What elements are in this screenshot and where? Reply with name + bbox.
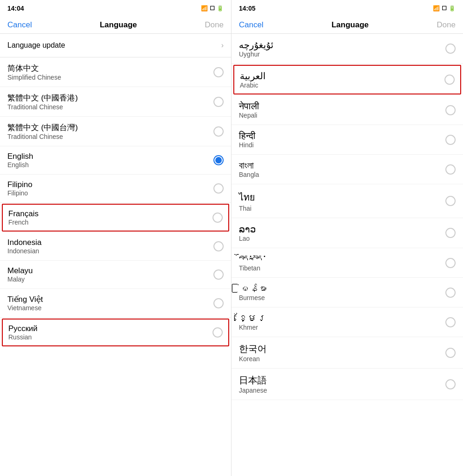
lang-native: Traditional Chinese — [7, 133, 78, 140]
radio-button[interactable] — [213, 213, 223, 223]
battery-icon-right: 🔋 — [449, 5, 456, 12]
wifi-icon: 📶 — [201, 5, 208, 12]
right-lang-item[interactable]: ئۇيغۇرچەUyghur — [232, 34, 463, 64]
lang-label: Bangla — [239, 171, 259, 178]
radio-button[interactable] — [445, 105, 456, 115]
radio-button[interactable] — [445, 135, 456, 145]
radio-button[interactable] — [445, 379, 456, 389]
screen-icon: ☐ — [210, 5, 215, 12]
right-panel: 14:05 📶 ☐ 🔋 Cancel Language Done ئۇيغۇرچ… — [232, 0, 463, 476]
left-lang-item[interactable]: EnglishEnglish — [0, 146, 231, 175]
lang-native: Russian — [8, 333, 38, 341]
right-lang-item[interactable]: 日本語Japanese — [232, 369, 463, 400]
right-lang-item[interactable]: বাংলাBangla — [232, 155, 463, 184]
chevron-right-icon: › — [221, 41, 224, 50]
lang-native: English — [7, 161, 33, 169]
right-lang-item[interactable]: العربيةArabic — [233, 65, 461, 94]
lang-native: Vietnamese — [7, 304, 43, 312]
lang-label: Japanese — [239, 387, 267, 394]
lang-native: Malay — [7, 276, 33, 283]
right-cancel-button[interactable]: Cancel — [239, 20, 263, 30]
lang-script: 日本語 — [239, 374, 267, 387]
right-lang-item[interactable]: 한국어Korean — [232, 337, 463, 369]
left-done-button[interactable]: Done — [205, 20, 224, 30]
lang-native: Filipino — [7, 189, 32, 197]
lang-name: Русский — [8, 324, 38, 333]
lang-script: العربية — [240, 70, 266, 81]
right-nav-bar: Cancel Language Done — [232, 17, 463, 34]
lang-script: မြန်မာ — [239, 283, 267, 294]
left-status-icons: 📶 ☐ 🔋 — [201, 5, 224, 12]
language-update-row[interactable]: Language update › — [0, 34, 231, 57]
right-lang-item[interactable]: हिन्दीHindi — [232, 125, 463, 155]
left-nav-bar: Cancel Language Done — [0, 17, 231, 34]
radio-button[interactable] — [213, 97, 224, 107]
radio-button[interactable] — [445, 164, 456, 175]
right-lang-item[interactable]: ไทยThai — [232, 184, 463, 218]
radio-button[interactable] — [445, 228, 456, 238]
left-lang-item[interactable]: РусскийRussian — [2, 319, 229, 346]
right-language-list: ئۇيغۇرچەUyghurالعربيةArabicनेपालीNepaliह… — [232, 34, 463, 476]
radio-button[interactable] — [213, 327, 223, 338]
radio-button[interactable] — [213, 67, 224, 77]
language-update-label: Language update — [7, 41, 65, 50]
right-status-icons: 📶 ☐ 🔋 — [433, 5, 456, 12]
radio-button[interactable] — [445, 317, 456, 327]
left-lang-item[interactable]: IndonesiaIndonesian — [0, 232, 231, 261]
radio-button[interactable] — [445, 288, 456, 298]
lang-script: བོད་སྐད་ — [239, 254, 267, 264]
left-lang-item[interactable]: 繁體中文 (中國香港)Traditional Chinese — [0, 87, 231, 117]
lang-script: नेपाली — [239, 101, 259, 112]
screen-icon-right: ☐ — [442, 5, 447, 12]
left-status-bar: 14:04 📶 ☐ 🔋 — [0, 0, 231, 17]
radio-button[interactable] — [213, 298, 224, 308]
lang-name: Français — [8, 209, 38, 219]
battery-icon: 🔋 — [217, 5, 224, 12]
right-lang-item[interactable]: नेपालीNepali — [232, 95, 463, 125]
left-panel: 14:04 📶 ☐ 🔋 Cancel Language Done Languag… — [0, 0, 232, 476]
left-nav-title: Language — [100, 20, 137, 30]
radio-button[interactable] — [213, 155, 224, 165]
left-lang-item[interactable]: 繁體中文 (中國台灣)Traditional Chinese — [0, 117, 231, 146]
lang-native: Simplified Chinese — [7, 74, 61, 81]
left-status-time: 14:04 — [7, 5, 24, 12]
left-lang-item[interactable]: MelayuMalay — [0, 261, 231, 289]
lang-label: Tibetan — [239, 264, 267, 272]
lang-label: Nepali — [239, 112, 259, 119]
left-lang-item[interactable]: Tiếng ViệtVietnamese — [0, 289, 231, 318]
lang-native: French — [8, 219, 38, 226]
right-lang-item[interactable]: ລາວLao — [232, 218, 463, 248]
left-lang-item[interactable]: 简体中文Simplified Chinese — [0, 57, 231, 87]
right-lang-item[interactable]: မြန်မာBurmese — [232, 278, 463, 307]
radio-button[interactable] — [445, 44, 456, 54]
lang-label: Hindi — [239, 141, 256, 149]
right-status-bar: 14:05 📶 ☐ 🔋 — [232, 0, 463, 17]
radio-button[interactable] — [445, 258, 456, 268]
lang-native: Indonesian — [7, 247, 42, 255]
radio-button[interactable] — [213, 269, 224, 280]
right-status-time: 14:05 — [239, 5, 256, 12]
lang-name: 繁體中文 (中國香港) — [7, 93, 78, 103]
lang-name: English — [7, 152, 33, 161]
radio-button[interactable] — [213, 183, 224, 194]
left-lang-item[interactable]: FilipinoFilipino — [0, 175, 231, 203]
lang-script: हिन्दी — [239, 131, 256, 141]
right-lang-item[interactable]: བོད་སྐད་Tibetan — [232, 248, 463, 278]
lang-script: ລາວ — [239, 224, 256, 235]
lang-label: Khmer — [239, 324, 267, 331]
radio-button[interactable] — [445, 196, 456, 206]
radio-button[interactable] — [445, 348, 456, 358]
right-done-button[interactable]: Done — [437, 20, 456, 30]
right-lang-item[interactable]: ខ្មែរKhmer — [232, 307, 463, 337]
left-cancel-button[interactable]: Cancel — [7, 20, 32, 30]
left-lang-item[interactable]: FrançaisFrench — [2, 204, 229, 232]
radio-button[interactable] — [444, 75, 455, 85]
radio-button[interactable] — [213, 241, 224, 251]
lang-script: বাংলা — [239, 160, 259, 171]
lang-script: ئۇيغۇرچە — [239, 39, 274, 50]
lang-name: Filipino — [7, 180, 32, 189]
lang-name: Indonesia — [7, 238, 42, 247]
lang-script: ไทย — [239, 190, 255, 205]
lang-name: Melayu — [7, 266, 33, 276]
radio-button[interactable] — [213, 126, 224, 137]
